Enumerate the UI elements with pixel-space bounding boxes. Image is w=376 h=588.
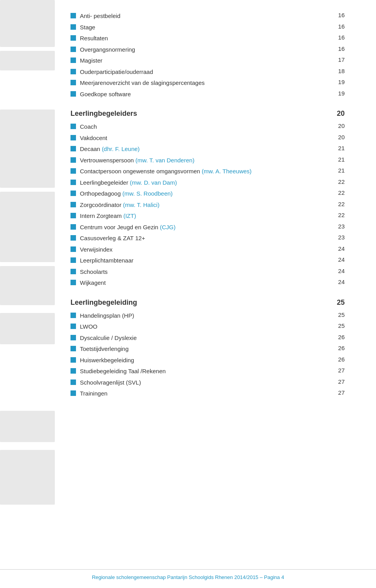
item-text: Decaan (dhr. F. Leune) xyxy=(80,145,333,154)
list-item: LWOO 25 xyxy=(70,322,345,331)
page-number: 22 xyxy=(333,201,345,207)
section2-items: Coach 20 Vakdocent 20 Decaan (dhr. F. Le… xyxy=(70,122,345,288)
list-item: Vertrouwenspersoon (mw. T. van Denderen)… xyxy=(70,156,345,165)
list-item: Trainingen 27 xyxy=(70,389,345,398)
list-item: Dyscalculie / Dyslexie 26 xyxy=(70,334,345,343)
list-item: Zorgcoördinator (mw. T. Halici) 22 xyxy=(70,201,345,210)
page-container: Anti- pestbeleid 16 Stage 16 Resultaten … xyxy=(0,0,376,588)
spacer xyxy=(70,291,345,298)
list-item: Leerplichtambtenaar 24 xyxy=(70,256,345,265)
item-text: Handelingsplan (HP) xyxy=(80,311,333,320)
sidebar-block-4 xyxy=(0,192,55,262)
item-text: Stage xyxy=(80,23,333,32)
section3-items: Handelingsplan (HP) 25 LWOO 25 Dyscalcul… xyxy=(70,311,345,398)
list-item: Casusoverleg & ZAT 12+ 23 xyxy=(70,234,345,243)
item-text: Overgangsnormering xyxy=(80,45,333,54)
page-number: 21 xyxy=(333,167,345,174)
list-item: Orthopedagoog (mw. S. Roodbeen) 22 xyxy=(70,189,345,198)
bullet-icon xyxy=(70,246,76,252)
section2-heading-row: Leerlingbegeleiders 20 xyxy=(70,110,345,118)
section2-heading: Leerlingbegeleiders xyxy=(70,110,137,118)
item-text: Goedkope software xyxy=(80,90,333,99)
page-number: 27 xyxy=(333,378,345,385)
bullet-icon xyxy=(70,213,76,218)
item-text: Leerlingbegeleider (mw. D. van Dam) xyxy=(80,178,333,187)
item-text: Magister xyxy=(80,56,333,65)
list-item: Schoolarts 24 xyxy=(70,268,345,277)
page-number: 22 xyxy=(333,212,345,218)
bullet-icon xyxy=(70,280,76,285)
page-number: 21 xyxy=(333,156,345,163)
list-item: Leerlingbegeleider (mw. D. van Dam) 22 xyxy=(70,178,345,187)
item-text: Trainingen xyxy=(80,389,333,398)
list-item: Verwijsindex 24 xyxy=(70,245,345,254)
page-number: 26 xyxy=(333,334,345,340)
page-number: 24 xyxy=(333,268,345,274)
bullet-icon xyxy=(70,58,76,63)
bullet-icon xyxy=(70,269,76,274)
bullet-icon xyxy=(70,47,76,52)
item-text: Anti- pestbeleid xyxy=(80,12,333,21)
list-item: Goedkope software 19 xyxy=(70,90,345,99)
item-text: Leerplichtambtenaar xyxy=(80,256,333,265)
list-item: Overgangsnormering 16 xyxy=(70,45,345,54)
bullet-icon xyxy=(70,335,76,340)
page-number: 24 xyxy=(333,256,345,263)
page-number: 20 xyxy=(333,134,345,140)
list-item: Handelingsplan (HP) 25 xyxy=(70,311,345,320)
sidebar-block-2 xyxy=(0,51,55,70)
bullet-icon xyxy=(70,13,76,18)
page-number: 22 xyxy=(333,178,345,185)
bullet-icon xyxy=(70,224,76,230)
item-text: Verwijsindex xyxy=(80,245,333,254)
page-number: 22 xyxy=(333,189,345,196)
section3-heading-page: 25 xyxy=(333,298,345,307)
item-text: Contactpersoon ongewenste omgangsvormen … xyxy=(80,167,333,176)
list-item: Stage 16 xyxy=(70,23,345,32)
bullet-icon xyxy=(70,124,76,129)
page-number: 16 xyxy=(333,12,345,18)
page-number: 25 xyxy=(333,322,345,329)
list-item: Anti- pestbeleid 16 xyxy=(70,12,345,21)
list-item: Huiswerkbegeleiding 26 xyxy=(70,356,345,365)
list-item: Magister 17 xyxy=(70,56,345,65)
sidebar-block-8 xyxy=(0,450,55,505)
list-item: Schoolvragenlijst (SVL) 27 xyxy=(70,378,345,387)
bullet-icon xyxy=(70,69,76,74)
bullet-icon xyxy=(70,191,76,196)
item-text: Ouderparticipatie/ouderraad xyxy=(80,68,333,77)
bullet-icon xyxy=(70,146,76,151)
page-number: 23 xyxy=(333,223,345,230)
bullet-icon xyxy=(70,202,76,207)
page-number: 26 xyxy=(333,356,345,363)
sidebar-block-5 xyxy=(0,266,55,305)
bullet-icon xyxy=(70,91,76,97)
page-number: 27 xyxy=(333,389,345,396)
footer: Regionale scholengemeenschap Pantarijn S… xyxy=(0,569,376,580)
content-area: Anti- pestbeleid 16 Stage 16 Resultaten … xyxy=(70,8,345,398)
bullet-icon xyxy=(70,357,76,363)
bullet-icon xyxy=(70,346,76,351)
list-item: Vakdocent 20 xyxy=(70,134,345,143)
page-number: 20 xyxy=(333,122,345,129)
sidebar-block-7 xyxy=(0,411,55,442)
list-item: Wijkagent 24 xyxy=(70,279,345,288)
page-number: 26 xyxy=(333,345,345,351)
section2-heading-page: 20 xyxy=(333,110,345,118)
list-item: Studiebegeleiding Taal /Rekenen 27 xyxy=(70,367,345,376)
item-text: Vertrouwenspersoon (mw. T. van Denderen) xyxy=(80,156,333,165)
bullet-icon xyxy=(70,135,76,140)
page-number: 25 xyxy=(333,311,345,318)
bullet-icon xyxy=(70,379,76,385)
bullet-icon xyxy=(70,24,76,30)
bullet-icon xyxy=(70,368,76,374)
spacer xyxy=(70,102,345,110)
item-text: Orthopedagoog (mw. S. Roodbeen) xyxy=(80,189,333,198)
item-text: Coach xyxy=(80,122,333,131)
item-text: Zorgcoördinator (mw. T. Halici) xyxy=(80,201,333,210)
list-item: Resultaten 16 xyxy=(70,34,345,43)
section3-heading-row: Leerlingbegeleiding 25 xyxy=(70,298,345,307)
page-number: 18 xyxy=(333,68,345,74)
bullet-icon xyxy=(70,80,76,85)
sidebar-block-1 xyxy=(0,0,55,47)
